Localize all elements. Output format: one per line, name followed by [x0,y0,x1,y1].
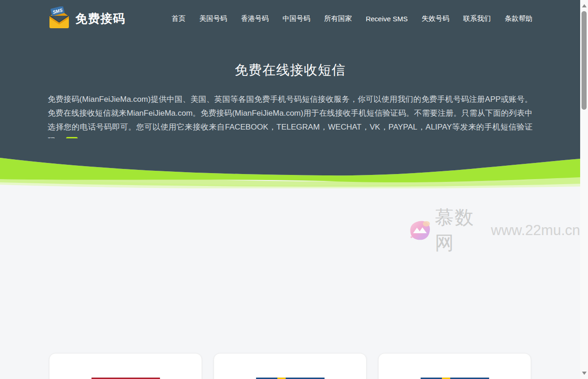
nav-item-all-countries[interactable]: 所有国家 [324,14,352,23]
header: SMS 免费接码 首页 美国号码 香港号码 中国号码 所有国家 Receive … [0,0,580,37]
hero-description-text: 免费接码(MianFeiJieMa.com)提供中国、美国、英国等各国免费手机号… [48,95,533,145]
watermark: 慕数网 www.22mu.cn [409,205,580,256]
nav-item-receive-sms[interactable]: Receive SMS [366,15,408,23]
nav-item-home[interactable]: 首页 [172,14,185,23]
nav-item-us-numbers[interactable]: 美国号码 [199,14,227,23]
country-card[interactable] [49,353,202,379]
country-card-list [0,353,580,379]
brand-logo-link[interactable]: SMS 免费接码 [48,6,125,31]
nav-item-terms-help[interactable]: 条款帮助 [505,14,533,23]
country-card[interactable] [214,353,367,379]
hero-section: SMS 免费接码 首页 美国号码 香港号码 中国号码 所有国家 Receive … [0,0,580,139]
page: SMS 免费接码 首页 美国号码 香港号码 中国号码 所有国家 Receive … [0,0,580,379]
scrollbar-down-arrow[interactable] [580,370,588,378]
nav-item-contact-us[interactable]: 联系我们 [463,14,491,23]
watermark-logo-icon [409,218,431,243]
page-title: 免费在线接收短信 [0,61,580,80]
nav-item-expired-numbers[interactable]: 失效号码 [422,14,449,23]
country-card[interactable] [378,353,531,379]
scrollbar[interactable] [580,0,588,379]
watermark-url: www.22mu.cn [491,222,580,239]
scrollbar-thumb[interactable] [582,11,587,110]
main-nav: 首页 美国号码 香港号码 中国号码 所有国家 Receive SMS 失效号码 … [172,14,533,23]
wave-divider [0,138,580,188]
brand-name: 免费接码 [75,11,125,27]
nav-item-cn-numbers[interactable]: 中国号码 [282,14,310,23]
nav-item-hk-numbers[interactable]: 香港号码 [241,14,269,23]
watermark-site-name: 慕数网 [435,205,486,256]
sms-envelope-icon: SMS [48,6,71,31]
scrollbar-up-arrow[interactable] [580,1,588,9]
